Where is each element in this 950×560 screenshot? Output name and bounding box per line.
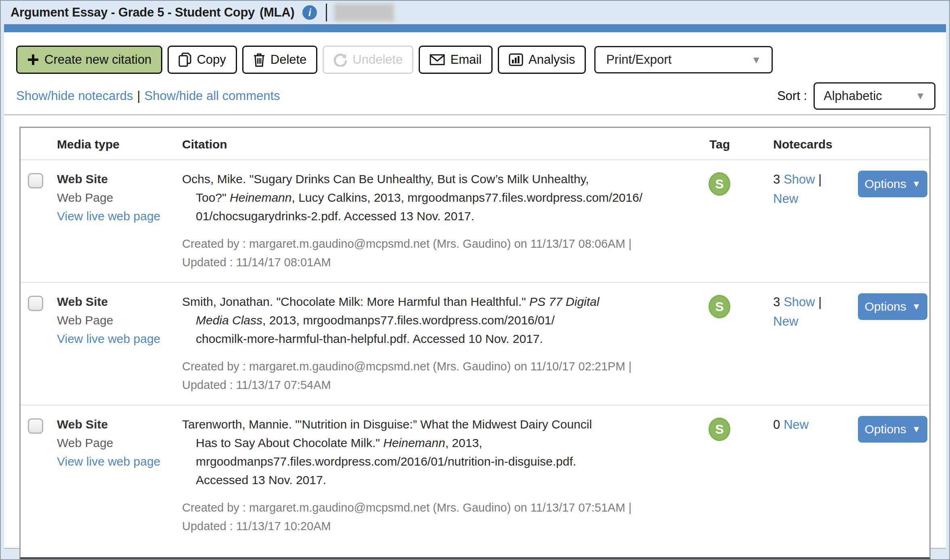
- created-by-line: Created by : margaret.m.gaudino@mcpsmd.n…: [182, 357, 688, 376]
- notecards-separator: |: [818, 295, 822, 309]
- table-header: Media type Citation Tag Notecards: [21, 128, 929, 159]
- media-type: Web Site: [57, 415, 182, 434]
- notecards-show-link[interactable]: Show: [784, 172, 815, 186]
- media-type: Web Site: [57, 293, 182, 311]
- email-button[interactable]: Email: [419, 46, 493, 74]
- blue-divider-bar: [4, 24, 946, 32]
- bar-chart-icon: [509, 53, 523, 66]
- notecard-count: 3: [773, 295, 780, 309]
- col-header-citation: Citation: [182, 138, 688, 151]
- table-row: Web Site Web Page View live web page Tar…: [21, 405, 929, 557]
- sort-control: Sort : Alphabetic ▼: [777, 82, 935, 110]
- undelete-button: Undelete: [323, 46, 413, 74]
- info-icon[interactable]: i: [302, 5, 317, 20]
- sub-bar: Show/hide notecards|Show/hide all commen…: [4, 77, 946, 115]
- citation-text: Ochs, Mike. "Sugary Drinks Can Be Unheal…: [182, 170, 688, 226]
- col-header-notecards: Notecards: [757, 138, 858, 151]
- citation-meta: Created by : margaret.m.gaudino@mcpsmd.n…: [182, 234, 688, 272]
- options-button[interactable]: Options ▼: [858, 293, 927, 320]
- media-subtype: Web Page: [57, 188, 182, 207]
- citation-meta: Created by : margaret.m.gaudino@mcpsmd.n…: [182, 498, 688, 535]
- copy-icon: [178, 52, 191, 67]
- trash-icon: [253, 52, 265, 67]
- page: Argument Essay - Grade 5 - Student Copy …: [0, 0, 950, 560]
- citation-text: Smith, Jonathan. "Chocolate Milk: More H…: [182, 293, 688, 348]
- show-hide-links: Show/hide notecards|Show/hide all commen…: [16, 89, 280, 103]
- show-hide-comments-link[interactable]: Show/hide all comments: [145, 89, 280, 103]
- table-row: Web Site Web Page View live web page Och…: [21, 159, 929, 282]
- chevron-down-icon: ▼: [915, 90, 925, 102]
- citation-text: Tarenworth, Mannie. "'Nutrition in Disgu…: [182, 415, 688, 489]
- updated-line: Updated : 11/13/17 07:54AM: [182, 376, 688, 394]
- envelope-icon: [430, 54, 445, 65]
- row-checkbox[interactable]: [28, 173, 43, 188]
- title-bar: Argument Essay - Grade 5 - Student Copy …: [1, 1, 949, 24]
- project-title: Argument Essay - Grade 5 - Student Copy: [10, 5, 255, 20]
- col-header-tag: Tag: [688, 138, 757, 151]
- notecards-cell: 3 Show | New: [757, 292, 858, 394]
- citation-table: Media type Citation Tag Notecards Web Si…: [19, 127, 931, 559]
- show-hide-notecards-link[interactable]: Show/hide notecards: [16, 89, 133, 103]
- sort-label: Sort :: [777, 89, 807, 103]
- chevron-down-icon: ▼: [912, 424, 921, 435]
- print-export-label: Print/Export: [606, 52, 671, 67]
- updated-line: Updated : 11/14/17 08:01AM: [182, 253, 688, 272]
- main-panel: Create new citation Copy Delete Undelete…: [4, 32, 946, 549]
- updated-line: Updated : 11/13/17 10:20AM: [182, 517, 688, 535]
- options-button[interactable]: Options ▼: [858, 171, 927, 197]
- copy-button[interactable]: Copy: [168, 46, 237, 74]
- undelete-label: Undelete: [352, 52, 403, 67]
- row-checkbox[interactable]: [28, 418, 43, 434]
- copy-label: Copy: [197, 52, 226, 67]
- options-label: Options: [864, 177, 906, 191]
- undo-icon: [333, 53, 347, 67]
- email-label: Email: [450, 52, 482, 67]
- notecard-count: 0: [773, 418, 780, 432]
- media-subtype: Web Page: [57, 311, 182, 330]
- tag-badge[interactable]: S: [709, 295, 730, 318]
- toolbar: Create new citation Copy Delete Undelete…: [4, 32, 946, 77]
- create-new-citation-button[interactable]: Create new citation: [16, 46, 162, 74]
- options-label: Options: [864, 300, 906, 313]
- sort-value: Alphabetic: [824, 89, 882, 103]
- created-by-line: Created by : margaret.m.gaudino@mcpsmd.n…: [182, 234, 688, 253]
- notecards-cell: 3 Show | New: [757, 169, 858, 272]
- tag-badge[interactable]: S: [709, 172, 730, 196]
- col-header-media-type: Media type: [57, 138, 182, 151]
- delete-label: Delete: [271, 52, 307, 67]
- delete-button[interactable]: Delete: [242, 46, 318, 74]
- notecards-show-link[interactable]: Show: [784, 295, 815, 309]
- print-export-dropdown[interactable]: Print/Export ▼: [594, 46, 773, 73]
- notecard-count: 3: [773, 172, 780, 186]
- notecards-separator: |: [818, 172, 822, 186]
- citation-meta: Created by : margaret.m.gaudino@mcpsmd.n…: [182, 357, 688, 394]
- view-live-web-page-link[interactable]: View live web page: [57, 452, 182, 471]
- notecards-new-link[interactable]: New: [773, 314, 798, 328]
- analysis-label: Analysis: [528, 52, 575, 67]
- created-by-line: Created by : margaret.m.gaudino@mcpsmd.n…: [182, 498, 688, 517]
- tag-badge[interactable]: S: [709, 418, 730, 441]
- view-live-web-page-link[interactable]: View live web page: [57, 330, 182, 348]
- media-type: Web Site: [57, 170, 182, 188]
- redacted-user-name: [334, 4, 394, 21]
- options-button[interactable]: Options ▼: [858, 416, 927, 443]
- view-live-web-page-link[interactable]: View live web page: [57, 207, 182, 226]
- links-separator: |: [137, 89, 141, 103]
- analysis-button[interactable]: Analysis: [498, 46, 586, 74]
- sort-dropdown[interactable]: Alphabetic ▼: [814, 82, 935, 110]
- notecards-new-link[interactable]: New: [773, 192, 798, 206]
- chevron-down-icon: ▼: [912, 179, 921, 189]
- row-checkbox[interactable]: [28, 296, 43, 311]
- media-subtype: Web Page: [57, 434, 182, 452]
- table-row: Web Site Web Page View live web page Smi…: [21, 282, 929, 405]
- chevron-down-icon: ▼: [912, 301, 921, 312]
- plus-icon: [27, 54, 39, 66]
- citation-style-label: (MLA): [260, 5, 294, 20]
- notecards-new-link[interactable]: New: [784, 418, 809, 432]
- notecards-cell: 0 New: [757, 414, 858, 535]
- create-new-citation-label: Create new citation: [44, 52, 151, 67]
- options-label: Options: [864, 422, 906, 436]
- chevron-down-icon: ▼: [751, 54, 761, 66]
- title-divider: [326, 4, 327, 21]
